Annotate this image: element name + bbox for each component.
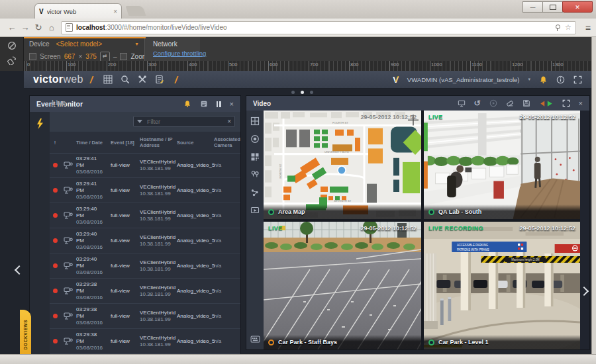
video-close-icon[interactable]: × — [579, 99, 583, 107]
event-panel-close-icon[interactable]: × — [230, 100, 234, 108]
event-row[interactable]: 03:29:40PM03/08/2016 full-view VEClientH… — [50, 228, 240, 253]
play-circle-icon[interactable] — [489, 99, 497, 107]
step-reverse-icon[interactable] — [539, 100, 554, 107]
network-label: Network — [153, 40, 200, 48]
event-row[interactable]: 03:29:41PM03/08/2016 full-view VEClientH… — [50, 153, 240, 178]
event-row[interactable]: 03:29:38PM03/08/2016 full-view VEClientH… — [50, 279, 240, 304]
info-icon[interactable] — [556, 75, 565, 84]
forward-icon[interactable]: → — [19, 23, 32, 32]
minimize-button[interactable]: — — [522, 1, 543, 13]
screen-label: Screen — [40, 53, 61, 60]
device-model-select[interactable]: <Select model> — [56, 40, 136, 48]
undo-icon[interactable]: ↺ — [474, 99, 481, 108]
cell-label: Area Map — [278, 208, 305, 215]
user-caret-icon[interactable]: ▾ — [528, 77, 530, 82]
tools-icon[interactable] — [134, 75, 151, 84]
monitor-icon[interactable] — [458, 100, 466, 107]
fullscreen-icon[interactable] — [573, 75, 582, 84]
alert-dot-icon — [53, 238, 58, 243]
address-bar[interactable]: localhost :3000/#/home/monitor/liveVideo… — [61, 21, 576, 34]
alert-dot-icon — [53, 339, 58, 343]
camera-event-icon — [60, 211, 76, 220]
new-tab-button[interactable] — [126, 6, 146, 16]
browser-menu-icon[interactable]: ≡ — [585, 23, 591, 33]
views-grid-icon[interactable] — [99, 75, 117, 84]
dockviews-tab[interactable]: DOCKVIEWS — [20, 310, 31, 354]
alert-cell — [50, 339, 60, 343]
app-header: victorweb / / V/ VWADMIN (vAS_Administra… — [24, 71, 591, 89]
alerts-bell-icon[interactable] — [539, 75, 548, 84]
layouts-icon[interactable] — [250, 152, 260, 161]
video-cell-area-map[interactable]: FOURTH ST UNIVERSITY BLVD SEVENTH ST NOR… — [264, 111, 421, 219]
blue-sign-line1: ACCESSIBLE PARKING — [457, 244, 489, 247]
camera-event-icon — [60, 236, 76, 245]
camera-event-icon — [60, 287, 76, 295]
event-row[interactable]: 03:29:40PM03/08/2016 full-view VEClientH… — [50, 253, 240, 279]
back-icon[interactable]: ← — [5, 23, 19, 32]
swap-dimensions-icon[interactable]: ⇄ — [100, 52, 110, 62]
event-list-icon[interactable] — [200, 100, 208, 108]
qa-lab-label-bar: QA Lab - South — [424, 205, 580, 219]
live-badge: LIVE — [268, 225, 283, 232]
screen-width-value[interactable]: 667 — [64, 53, 75, 60]
layout-grid-icon[interactable] — [250, 116, 260, 126]
video-cell-staff-bays[interactable]: LIVE 29-05-2012 10:12:52 Car Park - Staf… — [264, 222, 421, 349]
camera-status-icon — [268, 340, 274, 345]
browser-titlebar: V victor Web × — ✕ — [0, 0, 596, 19]
col-alert: ! — [50, 140, 60, 146]
video-fullscreen-icon[interactable] — [562, 99, 570, 107]
filter-clear-icon[interactable]: × — [227, 118, 231, 125]
qa-lab-camera-frame — [424, 111, 580, 219]
lightning-icon[interactable] — [35, 118, 44, 129]
filter-input[interactable] — [146, 118, 215, 126]
configure-throttling-link[interactable]: Configure throttling — [153, 50, 200, 57]
reload-icon[interactable]: ↻ — [32, 23, 45, 32]
alert-cell — [50, 314, 60, 318]
tab-close-icon[interactable]: × — [113, 8, 117, 15]
sites-tree-icon[interactable] — [250, 188, 260, 197]
staff-bays-label-bar: Car Park - Staff Bays — [264, 335, 421, 349]
eraser-icon[interactable] — [506, 99, 514, 107]
zoom-fit-checkbox[interactable] — [120, 53, 127, 60]
reports-icon[interactable] — [151, 75, 168, 84]
next-page-chevron-icon[interactable] — [579, 287, 589, 296]
window-bottom-frame — [0, 354, 596, 364]
camera-timestamp: 29-05-2012 10:12:52 — [519, 225, 575, 232]
cell-label: QA Lab - South — [438, 208, 481, 215]
maximize-button[interactable] — [542, 1, 563, 13]
map-pins-icon[interactable] — [250, 170, 260, 179]
video-cell-qa-lab[interactable]: LIVE 29-05-2012 10:12:52 QA Lab - South — [424, 111, 580, 219]
victor-favicon: V — [39, 8, 44, 15]
screen-checkbox[interactable] — [29, 53, 36, 60]
url-host: localhost — [76, 24, 105, 31]
key-icon[interactable] — [554, 24, 561, 31]
event-row[interactable]: 03:29:41PM03/08/2016 full-view VEClientH… — [50, 178, 240, 203]
window-close-button[interactable]: ✕ — [562, 1, 593, 13]
screen-height-value[interactable]: 375 — [85, 53, 97, 60]
browser-tab[interactable]: V victor Web × — [34, 3, 122, 19]
record-icon[interactable] — [250, 134, 260, 144]
search-icon[interactable] — [117, 75, 134, 84]
user-menu[interactable]: VWADMIN (vAS_Administrator_testrole) — [407, 76, 520, 83]
pause-icon[interactable] — [217, 101, 221, 107]
event-row[interactable]: 03:29:38PM03/08/2016 full-view VEClientH… — [50, 304, 240, 329]
event-row[interactable]: 03:29:38PM03/08/2016 full-view VEClientH… — [50, 329, 240, 354]
push-video-icon[interactable] — [250, 206, 260, 215]
home-icon[interactable]: ⌂ — [45, 23, 58, 32]
device-mode-icon[interactable] — [7, 41, 17, 50]
keypad-icon[interactable] — [250, 336, 260, 343]
alert-cell — [50, 263, 60, 268]
select-caret-icon[interactable]: ▾ — [136, 41, 138, 47]
bookmark-star-icon[interactable]: ☆ — [565, 23, 571, 32]
video-cell-level1[interactable]: Maximum height 2.0M ACCESSIBLE PARKING P… — [424, 222, 580, 349]
prev-page-chevron-icon[interactable] — [15, 265, 24, 275]
save-view-icon[interactable] — [522, 99, 530, 107]
tab-live[interactable]: Live — [52, 99, 66, 107]
col-event: Event [18] — [111, 140, 140, 146]
filter-input-box[interactable]: × — [133, 116, 235, 127]
event-bell-icon[interactable] — [183, 100, 191, 108]
alert-dot-icon — [53, 263, 58, 268]
event-row[interactable]: 03:29:40PM03/08/2016 full-view VEClientH… — [50, 203, 240, 228]
view-pager-dots[interactable] — [291, 91, 313, 94]
rotate-device-icon[interactable] — [7, 56, 17, 65]
